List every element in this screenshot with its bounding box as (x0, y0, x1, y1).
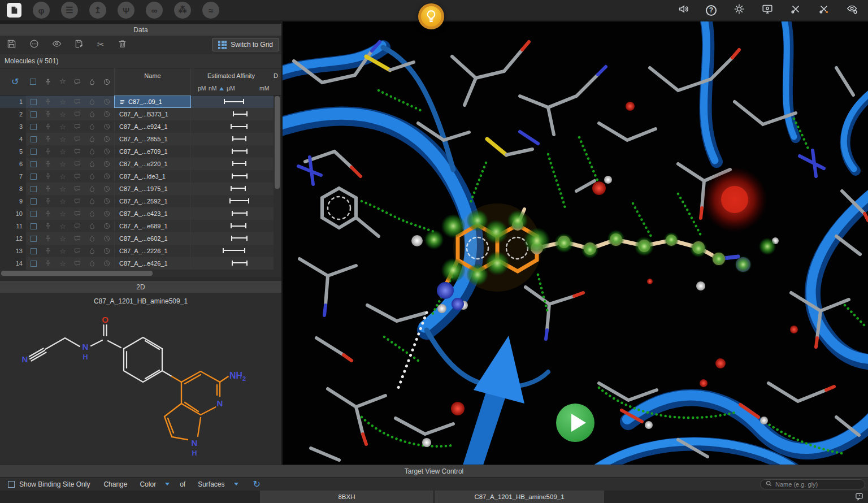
star-icon[interactable]: ☆ (55, 158, 70, 170)
comment-icon[interactable] (70, 220, 85, 232)
row-checkbox[interactable] (26, 170, 41, 183)
horizontal-scrollbar-thumb[interactable] (1, 271, 153, 276)
pin-icon[interactable] (41, 145, 55, 158)
droplet-icon[interactable] (85, 120, 99, 133)
horizontal-scrollbar[interactable] (0, 270, 281, 277)
star-icon[interactable]: ☆ (55, 195, 70, 207)
name-column-header[interactable]: Name (114, 68, 191, 96)
row-checkbox[interactable] (26, 96, 41, 108)
branch-icon[interactable]: Ψ (118, 2, 134, 19)
droplet-icon[interactable] (85, 133, 99, 145)
table-row[interactable]: 9☆C87_A_...2592_1 (0, 195, 274, 207)
pie-icon[interactable] (99, 145, 114, 158)
table-row[interactable]: 6☆C87_A_...e220_1 (0, 158, 274, 170)
row-checkbox[interactable] (26, 108, 41, 120)
row-checkbox[interactable] (26, 232, 41, 245)
color-dropdown[interactable]: Color (140, 480, 170, 488)
row-checkbox[interactable] (26, 245, 41, 257)
show-binding-site-label[interactable]: Show Binding Site Only (19, 480, 90, 488)
droplet-icon[interactable] (85, 145, 99, 158)
surfaces-dropdown[interactable]: Surfaces (198, 480, 238, 488)
star-icon[interactable]: ☆ (55, 96, 70, 108)
pie-icon[interactable] (99, 207, 114, 220)
molecule-name-cell[interactable]: C87_A_...e709_1 (114, 145, 191, 158)
droplet-icon[interactable] (85, 232, 99, 245)
pin-icon[interactable] (41, 232, 55, 245)
row-checkbox[interactable] (26, 158, 41, 170)
star-icon[interactable]: ☆ (55, 133, 70, 145)
droplet-icon[interactable] (85, 170, 99, 183)
pie-icon[interactable] (99, 108, 114, 120)
table-row[interactable]: 8☆C87_A_...1975_1 (0, 183, 274, 195)
comment-icon[interactable] (70, 183, 85, 195)
row-checkbox[interactable] (26, 183, 41, 195)
droplet-icon[interactable] (85, 195, 99, 207)
refresh-icon[interactable]: ↻ (253, 479, 261, 489)
star-icon[interactable]: ☆ (55, 245, 70, 257)
droplet-icon[interactable] (85, 257, 99, 270)
molecule-name-cell[interactable]: C87_A_...2855_1 (114, 133, 191, 145)
table-row[interactable]: 4☆C87_A_...2855_1 (0, 133, 274, 145)
pie-icon[interactable] (99, 96, 114, 108)
sliders-icon[interactable]: ☰ (61, 2, 78, 19)
comment-icon[interactable] (70, 108, 85, 120)
droplet-icon[interactable] (85, 183, 99, 195)
pin-icon[interactable] (41, 207, 55, 220)
row-checkbox[interactable] (26, 145, 41, 158)
star-icon[interactable]: ☆ (55, 220, 70, 232)
comment-icon[interactable] (70, 195, 85, 207)
pie-icon[interactable] (99, 232, 114, 245)
pie-icon[interactable] (99, 158, 114, 170)
announcements-icon[interactable] (678, 3, 689, 17)
select-all-checkbox[interactable] (30, 79, 36, 85)
delete-icon[interactable] (118, 39, 127, 51)
molecule-name-cell[interactable]: C87_A_...ide3_1 (114, 170, 191, 183)
header-comment-icon[interactable] (74, 79, 81, 85)
pie-icon[interactable] (99, 120, 114, 133)
visibility-icon[interactable] (52, 39, 62, 51)
star-icon[interactable]: ☆ (55, 108, 70, 120)
star-icon[interactable]: ☆ (55, 232, 70, 245)
advanced-tools-icon[interactable] (818, 3, 830, 17)
waves-icon[interactable]: ≈ (202, 2, 219, 19)
table-row[interactable]: 14☆C87_A_...e426_1 (0, 257, 274, 270)
tools-icon[interactable] (790, 3, 801, 17)
comment-icon[interactable] (70, 96, 85, 108)
molecule-name-cell[interactable]: C87_A_...e426_1 (114, 257, 191, 270)
comment-icon[interactable] (70, 170, 85, 183)
search-input[interactable] (775, 481, 860, 488)
star-icon[interactable]: ☆ (55, 170, 70, 183)
save-as-icon[interactable] (75, 39, 84, 51)
droplet-icon[interactable] (85, 207, 99, 220)
more-options-icon[interactable] (29, 39, 39, 51)
affinity-column-header[interactable]: Estimated Affinity pM nM µM mM (191, 68, 271, 96)
pie-icon[interactable] (99, 170, 114, 183)
molecule-name-cell[interactable]: C87_A_...1975_1 (114, 183, 191, 195)
comment-icon[interactable] (70, 133, 85, 145)
pin-icon[interactable] (41, 195, 55, 207)
nodes-icon[interactable]: ⁂ (174, 2, 191, 19)
pin-icon[interactable] (41, 158, 55, 170)
star-icon[interactable]: ☆ (55, 145, 70, 158)
star-icon[interactable]: ☆ (55, 120, 70, 133)
vertical-scrollbar-thumb[interactable] (275, 96, 280, 189)
search-box[interactable] (760, 479, 865, 489)
comment-icon[interactable] (70, 120, 85, 133)
molecule-name-cell[interactable]: C87_A_...e689_1 (114, 220, 191, 232)
save-icon[interactable] (7, 39, 16, 51)
table-row[interactable]: 1☆C87_...09_1 (0, 96, 274, 108)
molecule-name-cell[interactable]: C87_A_...B373_1 (114, 108, 191, 120)
droplet-icon[interactable] (85, 96, 99, 108)
droplet-icon[interactable] (85, 158, 99, 170)
pie-icon[interactable] (99, 183, 114, 195)
hint-lightbulb-button[interactable] (418, 3, 444, 29)
cut-icon[interactable]: ✂ (97, 40, 105, 50)
pie-icon[interactable] (99, 257, 114, 270)
document-icon[interactable] (7, 3, 21, 18)
link-icon[interactable]: ∞ (146, 2, 163, 19)
header-pin-icon[interactable] (45, 79, 51, 85)
comment-icon[interactable] (70, 257, 85, 270)
comment-icon[interactable] (70, 232, 85, 245)
feedback-icon[interactable] (855, 492, 863, 503)
undo-icon[interactable]: ↺ (11, 76, 19, 87)
